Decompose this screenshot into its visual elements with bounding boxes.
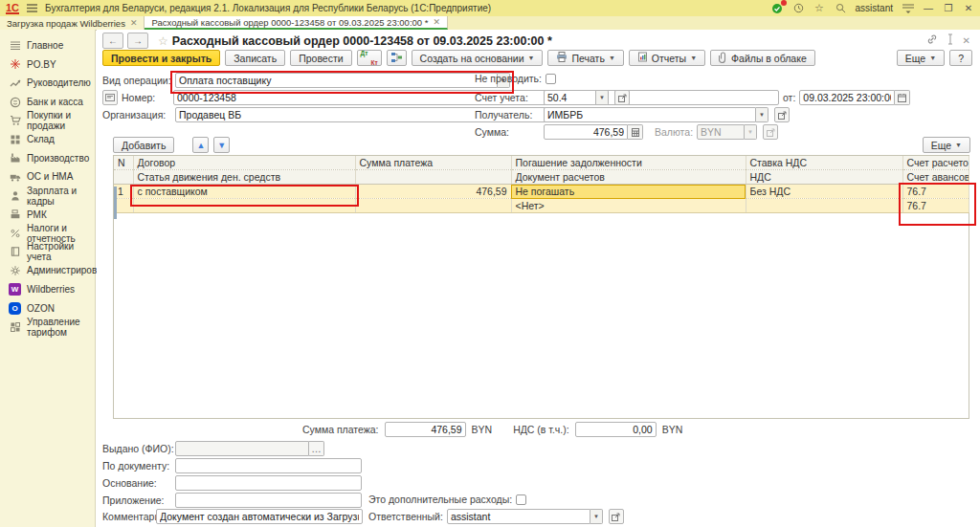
pin-icon[interactable] [947, 33, 953, 47]
col-header-contract[interactable]: Договор [133, 156, 355, 170]
date-input[interactable] [799, 90, 895, 105]
sidebar-item-rmk[interactable]: РМК [0, 205, 95, 224]
col-header-settlement-account[interactable]: Счет расчетов [902, 156, 969, 170]
dropdown-icon[interactable]: ▼ [590, 509, 603, 524]
tab-wildberries-upload[interactable]: Загрузка продаж Wildberries ✕ [0, 16, 145, 30]
col-header-n[interactable]: N [114, 156, 133, 170]
responsible-input[interactable] [447, 509, 590, 524]
form-more-button[interactable]: Еще▼ [897, 50, 945, 66]
search-icon[interactable] [835, 2, 847, 14]
totals-vat-input[interactable] [575, 422, 657, 437]
forward-button[interactable]: → [127, 33, 148, 49]
print-button[interactable]: Печать▼ [547, 50, 623, 66]
back-button[interactable]: ← [102, 33, 123, 49]
issued-to-input[interactable] [175, 441, 309, 456]
dropdown-icon[interactable]: ▼ [596, 90, 609, 105]
dropdown-icon[interactable]: ▼ [756, 107, 768, 122]
tab-cash-order[interactable]: Расходный кассовый ордер 0000-123458 от … [145, 16, 448, 30]
date-field[interactable] [799, 90, 910, 105]
favorites-star-icon[interactable]: ☆ [813, 2, 826, 14]
close-form-icon[interactable]: ✕ [963, 35, 970, 46]
col-header-advance-account[interactable]: Счет авансов [902, 170, 969, 185]
add-row-button[interactable]: Добавить [113, 137, 174, 153]
history-icon[interactable] [792, 2, 805, 14]
sidebar-item-tariff-management[interactable]: Управление тарифом [0, 318, 95, 337]
issued-to-field[interactable]: … [175, 441, 324, 456]
cell-settlement-account[interactable]: 76.7 [902, 185, 969, 199]
col-header-vat-rate[interactable]: Ставка НДС [746, 156, 902, 170]
document-structure-button[interactable] [387, 50, 407, 66]
sum-field[interactable] [544, 124, 643, 140]
sidebar-item-main[interactable]: Главное [0, 36, 95, 55]
ellipsis-button[interactable]: … [309, 441, 324, 456]
comment-input[interactable] [156, 509, 363, 524]
sidebar-item-accounting-settings[interactable]: Настройки учета [0, 243, 95, 262]
cell-row-number[interactable]: 1 [114, 185, 133, 199]
1c-connect-icon[interactable] [771, 2, 784, 14]
open-link-icon[interactable] [609, 509, 624, 524]
recipient-field[interactable]: ▼ [544, 107, 768, 122]
col-header-vat[interactable]: НДС [746, 170, 902, 185]
close-tab-icon[interactable]: ✕ [433, 17, 440, 27]
sidebar-item-fixed-assets[interactable]: ОС и НМА [0, 167, 95, 187]
extra-expenses-checkbox[interactable] [516, 494, 526, 505]
table-more-button[interactable]: Еще▼ [923, 137, 970, 153]
cell-cashflow-item[interactable] [133, 199, 355, 213]
sidebar-item-salary-hr[interactable]: Зарплата и кадры [0, 187, 95, 206]
by-document-input[interactable] [175, 458, 362, 473]
sidebar-item-manager[interactable]: Руководителю [0, 74, 95, 93]
basis-input[interactable] [175, 475, 362, 491]
create-based-on-button[interactable]: Создать на основании▼ [412, 50, 544, 66]
move-row-down-button[interactable]: ▼ [213, 137, 230, 153]
cloud-files-button[interactable]: Файлы в облаке [710, 50, 815, 66]
service-settings-icon[interactable] [902, 2, 914, 14]
col-header-debt-repayment[interactable]: Погашение задолженности [511, 156, 746, 170]
reports-button[interactable]: Отчеты▼ [629, 50, 705, 66]
open-link-icon[interactable] [614, 90, 630, 105]
attachment-input[interactable] [175, 493, 362, 508]
sidebar-item-ozon[interactable]: O OZON [0, 298, 95, 318]
cell-debt-repayment[interactable]: Не погашать [511, 185, 746, 199]
get-link-icon[interactable] [926, 33, 938, 47]
operation-type-field[interactable]: ▼ [175, 73, 510, 88]
post-and-close-button[interactable]: Провести и закрыть [102, 50, 220, 66]
sum-input[interactable] [544, 124, 628, 140]
cell-settlement-doc[interactable]: <Нет> [511, 199, 746, 213]
sidebar-item-production[interactable]: Производство [0, 149, 95, 168]
write-button[interactable]: Записать [225, 50, 285, 66]
col-header-settlement-doc[interactable]: Документ расчетов [511, 170, 746, 185]
open-link-icon[interactable] [774, 107, 790, 122]
sidebar-item-wildberries[interactable]: W Wildberries [0, 280, 95, 299]
move-row-up-button[interactable]: ▲ [192, 137, 209, 153]
close-tab-icon[interactable]: ✕ [130, 18, 138, 28]
not-post-checkbox[interactable] [546, 74, 556, 84]
sidebar-item-administration[interactable]: Администрирование [0, 261, 95, 280]
cell-advance-account[interactable]: 76.7 [902, 199, 969, 213]
sidebar-item-bank-cash[interactable]: Банк и касса [0, 93, 95, 112]
favorite-star-icon[interactable]: ☆ [158, 34, 168, 48]
cell-vat[interactable] [746, 199, 902, 213]
maximize-button[interactable]: ❐ [943, 3, 954, 13]
calendar-icon[interactable] [895, 90, 910, 105]
main-menu-hamburger-icon[interactable] [26, 2, 38, 14]
help-button[interactable]: ? [949, 50, 972, 66]
account-field[interactable]: ▼ [544, 90, 609, 105]
account-input[interactable] [544, 90, 596, 105]
col-header-cashflow-item[interactable]: Статья движения ден. средств [133, 170, 355, 185]
cell-contract[interactable]: с поставщиком [133, 185, 355, 199]
col-header-payment-sum[interactable]: Сумма платежа [355, 156, 511, 170]
cell-payment-sum[interactable]: 476,59 [355, 185, 511, 199]
responsible-field[interactable]: ▼ [447, 509, 603, 524]
post-button[interactable]: Провести [290, 50, 351, 66]
debit-credit-button[interactable]: ДтКт [357, 50, 382, 66]
operation-type-input[interactable] [175, 73, 498, 88]
minimize-button[interactable]: — [923, 3, 934, 13]
calculator-icon[interactable] [628, 124, 643, 140]
recipient-input[interactable] [544, 107, 756, 122]
current-user-label[interactable]: assistant [856, 3, 893, 13]
close-window-button[interactable]: ✕ [963, 3, 974, 13]
totals-payment-sum-input[interactable] [385, 422, 466, 437]
sidebar-item-warehouse[interactable]: Склад [0, 130, 95, 149]
sidebar-item-purchases-sales[interactable]: Покупки и продажи [0, 111, 95, 130]
cell-vat-rate[interactable]: Без НДС [746, 185, 902, 199]
